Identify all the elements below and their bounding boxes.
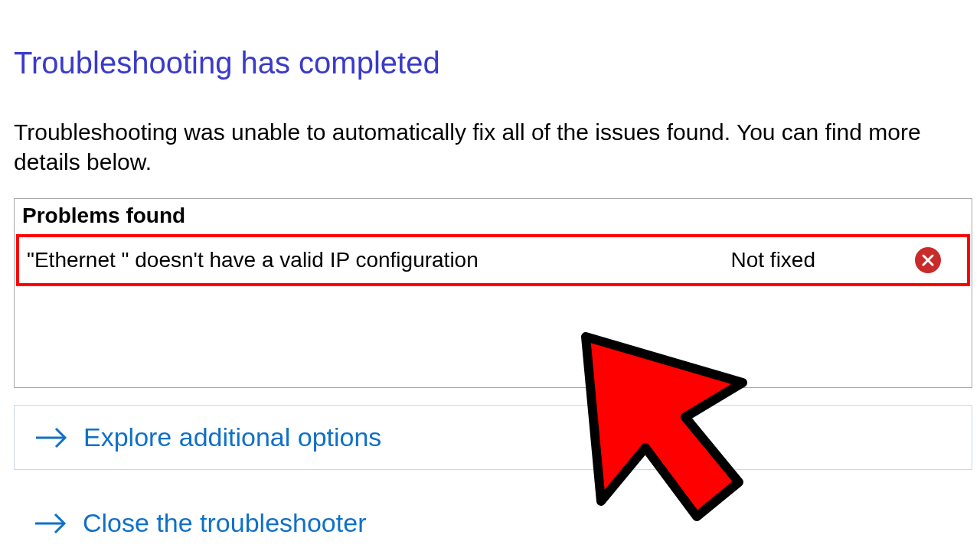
explore-label: Explore additional options: [83, 422, 381, 452]
problem-row[interactable]: "Ethernet " doesn't have a valid IP conf…: [16, 234, 970, 286]
problems-header: Problems found: [15, 199, 972, 234]
error-icon: [915, 247, 941, 273]
problems-found-box: Problems found "Ethernet " doesn't have …: [14, 198, 972, 388]
close-label: Close the troubleshooter: [83, 508, 366, 538]
problem-description: "Ethernet " doesn't have a valid IP conf…: [27, 248, 731, 272]
explore-additional-options[interactable]: Explore additional options: [14, 405, 972, 470]
close-troubleshooter[interactable]: Close the troubleshooter: [14, 487, 972, 551]
arrow-right-icon: [34, 510, 67, 536]
result-description: Troubleshooting was unable to automatica…: [14, 117, 974, 177]
page-title: Troubleshooting has completed: [14, 46, 974, 80]
arrow-right-icon: [34, 425, 68, 451]
problem-status: Not fixed: [731, 248, 816, 272]
